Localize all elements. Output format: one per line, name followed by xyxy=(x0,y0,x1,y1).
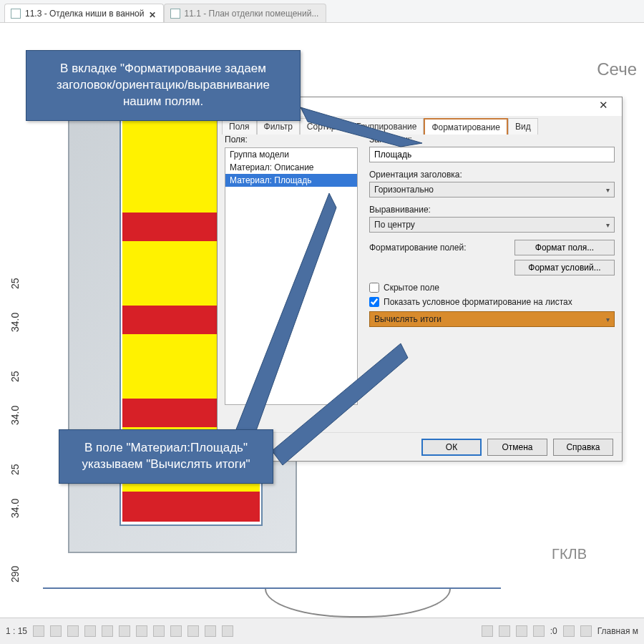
cancel-button[interactable]: Отмена xyxy=(487,439,547,456)
viewcontrol-icon[interactable] xyxy=(205,625,216,637)
dialog-footer: ОК Отмена Справка xyxy=(218,432,622,461)
close-icon[interactable]: ✕ xyxy=(589,99,618,114)
tile-red xyxy=(122,492,260,522)
viewcontrol-icon[interactable] xyxy=(170,625,182,637)
status-main[interactable]: Главная м xyxy=(597,626,638,636)
dim-text: 25 xyxy=(9,270,21,289)
list-item[interactable]: Материал: Описание xyxy=(225,161,357,174)
orientation-label: Ориентация заголовка: xyxy=(369,170,615,180)
dim-text: 25 xyxy=(9,457,21,475)
totals-select[interactable]: Вычислять итоги ▾ xyxy=(369,311,615,327)
status-icon[interactable] xyxy=(516,625,527,637)
status-icon[interactable] xyxy=(499,625,510,637)
fields-listbox[interactable]: Группа модели Материал: Описание Материа… xyxy=(225,147,358,405)
status-bar: 1 : 15 :0 Главная м xyxy=(0,618,644,644)
dim-text: 34.0 xyxy=(9,313,21,332)
schedule-properties-dialog: ✕ Поля Фильтр Сортировка/Группирование Ф… xyxy=(217,97,623,462)
alignment-select[interactable]: По центру ▾ xyxy=(369,217,615,233)
viewcontrol-icon[interactable] xyxy=(119,625,130,637)
heading-input[interactable] xyxy=(369,147,615,162)
view-tabbar: 11.3 - Отделка ниши в ванной ✕ 11.1 - Пл… xyxy=(0,0,644,23)
dim-text: 290 xyxy=(9,564,21,582)
format-panel: Заголовок: Ориентация заголовка: Горизон… xyxy=(369,135,615,428)
orientation-select[interactable]: Горизонтально ▾ xyxy=(369,182,615,197)
view-tab-inactive[interactable]: 11.1 - План отделки помещений... xyxy=(164,4,327,22)
dialog-body: Поля: Группа модели Материал: Описание М… xyxy=(225,135,615,428)
sheet-icon xyxy=(11,9,21,19)
status-icon[interactable] xyxy=(580,625,592,637)
field-format-button[interactable]: Формат поля... xyxy=(514,240,615,255)
chevron-down-icon: ▾ xyxy=(606,221,610,229)
tab-appearance[interactable]: Вид xyxy=(508,118,538,135)
floor-pit xyxy=(265,589,451,618)
section-label: Сече xyxy=(597,59,637,79)
show-conditional-label: Показать условное форматирование на лист… xyxy=(384,297,572,307)
status-icon[interactable] xyxy=(533,625,545,637)
callout-text: В вкладке "Форматирование задаем заголов… xyxy=(57,62,270,108)
list-item[interactable]: Группа модели xyxy=(225,148,357,161)
callout-text: В поле "Материал:Площадь" указываем "Выч… xyxy=(82,441,250,471)
close-icon[interactable]: ✕ xyxy=(149,10,156,17)
viewcontrol-icon[interactable] xyxy=(50,625,62,637)
dim-text: 34.0 xyxy=(9,499,21,518)
status-icon[interactable] xyxy=(482,625,493,637)
viewcontrol-icon[interactable] xyxy=(67,625,79,637)
view-tab-label: 11.3 - Отделка ниши в ванной xyxy=(25,9,145,19)
dim-text: 25 xyxy=(9,364,21,382)
scale-label[interactable]: 1 : 15 xyxy=(6,626,27,636)
ok-button[interactable]: ОК xyxy=(421,439,482,456)
select-value: Вычислять итоги xyxy=(374,314,441,324)
viewcontrol-icon[interactable] xyxy=(136,625,147,637)
sheet-icon xyxy=(170,9,180,19)
viewcontrol-icon[interactable] xyxy=(102,625,113,637)
callout-bottom: В поле "Материал:Площадь" указываем "Выч… xyxy=(59,429,273,484)
view-tab-label: 11.1 - План отделки помещений... xyxy=(185,9,319,19)
select-value: Горизонтально xyxy=(374,185,434,195)
status-icon[interactable] xyxy=(563,625,575,637)
fields-panel: Поля: Группа модели Материал: Описание М… xyxy=(225,135,358,428)
tab-sorting[interactable]: Сортировка/Группирование xyxy=(300,118,424,135)
material-label: ГКЛВ xyxy=(552,546,587,562)
viewcontrol-icon[interactable] xyxy=(84,625,96,637)
viewcontrol-icon[interactable] xyxy=(187,625,199,637)
status-zero: :0 xyxy=(550,626,557,636)
hidden-field-checkbox[interactable] xyxy=(369,283,379,293)
dim-text: 34.0 xyxy=(9,406,21,425)
list-item-selected[interactable]: Материал: Площадь xyxy=(225,174,357,187)
alignment-label: Выравнивание: xyxy=(369,205,615,215)
help-button[interactable]: Справка xyxy=(553,439,613,456)
chevron-down-icon: ▾ xyxy=(606,316,610,323)
tab-formatting[interactable]: Форматирование xyxy=(424,118,508,135)
field-format-label: Форматирование полей: xyxy=(369,243,506,253)
view-tab-active[interactable]: 11.3 - Отделка ниши в ванной ✕ xyxy=(4,4,164,22)
callout-top: В вкладке "Форматирование задаем заголов… xyxy=(26,50,301,121)
hidden-field-label: Скрытое поле xyxy=(384,283,439,293)
viewcontrol-icon[interactable] xyxy=(33,625,44,637)
select-value: По центру xyxy=(374,220,415,230)
heading-label: Заголовок: xyxy=(369,135,615,145)
fields-label: Поля: xyxy=(225,135,358,145)
conditional-format-button[interactable]: Формат условий... xyxy=(514,260,615,275)
show-conditional-checkbox[interactable] xyxy=(369,297,379,307)
viewcontrol-icon[interactable] xyxy=(153,625,165,637)
viewcontrol-icon[interactable] xyxy=(222,625,233,637)
chevron-down-icon: ▾ xyxy=(606,186,610,194)
